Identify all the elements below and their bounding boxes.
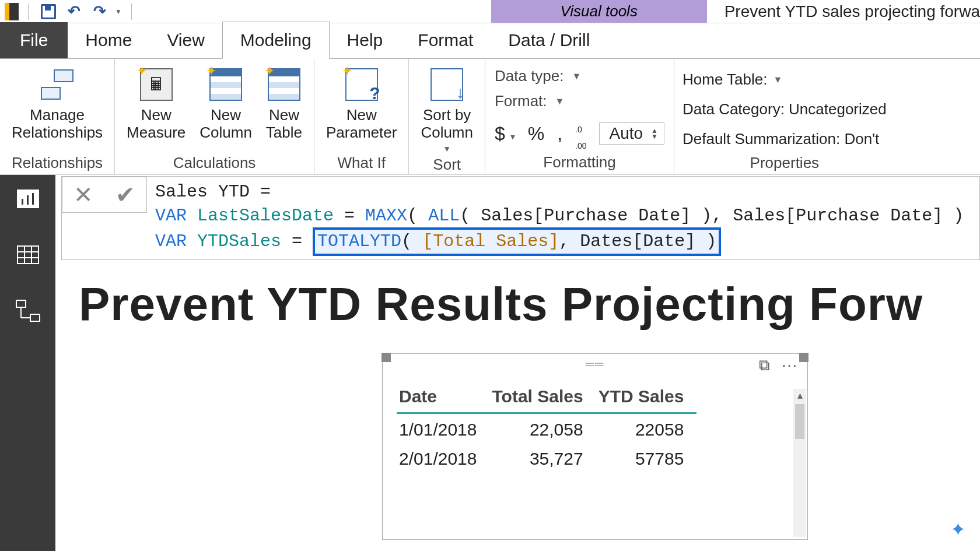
separator: [28, 3, 29, 20]
data-category-label: Data Category: Uncategorized: [682, 100, 887, 118]
scroll-thumb[interactable]: [795, 404, 804, 439]
home-table-label: Home Table:: [682, 71, 768, 89]
manage-relationships-label: Manage Relationships: [12, 107, 103, 142]
model-view-button[interactable]: [14, 299, 42, 323]
col-total-sales[interactable]: Total Sales: [489, 382, 596, 413]
new-measure-button[interactable]: New Measure: [121, 62, 191, 144]
highlighted-expression: TOTALYTD( [Total Sales], Dates[Date] ): [313, 227, 721, 256]
decimals-auto-stepper[interactable]: Auto ▲▼: [599, 122, 664, 145]
more-options-icon[interactable]: ···: [782, 356, 798, 374]
redo-icon: ↷: [93, 2, 106, 20]
svg-rect-9: [16, 300, 26, 307]
new-column-button[interactable]: New Column: [194, 62, 258, 144]
group-formatting: Data type: ▼ Format: ▼ $ ▾ % , .0.00 Aut…: [485, 59, 674, 174]
redo-button[interactable]: ↷: [89, 1, 110, 22]
chevron-down-icon: ▼: [443, 144, 451, 153]
sort-icon: [430, 68, 463, 101]
default-summarization-label: Default Summarization: Don't: [682, 130, 879, 148]
report-view-button[interactable]: [14, 187, 42, 211]
percent-button[interactable]: %: [528, 123, 544, 145]
parameter-icon: [345, 68, 378, 101]
data-table: Date Total Sales YTD Sales 1/01/2018 22,…: [397, 382, 696, 472]
save-button[interactable]: [38, 1, 59, 22]
formula-commit-button[interactable]: ✔: [104, 177, 146, 212]
view-rail: [0, 175, 55, 551]
data-view-button[interactable]: [14, 243, 42, 267]
group-properties: Home Table: ▼ Data Category: Uncategoriz…: [674, 59, 895, 174]
ribbon-tabs: File Home View Modeling Help Format Data…: [0, 23, 980, 58]
group-label: What If: [338, 154, 386, 173]
svg-rect-1: [21, 198, 24, 205]
manage-relationships-button[interactable]: Manage Relationships: [6, 62, 108, 144]
svg-rect-2: [26, 195, 29, 205]
svg-rect-10: [30, 314, 40, 321]
table-icon: [268, 68, 300, 101]
group-whatif: New Parameter What If: [314, 59, 409, 174]
table-row[interactable]: 1/01/2018 22,058 22058: [397, 413, 696, 444]
col-date[interactable]: Date: [397, 382, 489, 413]
undo-icon: ↶: [68, 2, 80, 20]
measure-icon: [140, 68, 173, 101]
new-measure-label: New Measure: [127, 107, 186, 142]
formula-editor[interactable]: Sales YTD = VAR LastSalesDate = MAXX( AL…: [147, 177, 979, 259]
separator: [131, 3, 132, 20]
col-ytd-sales[interactable]: YTD Sales: [596, 382, 697, 413]
auto-value: Auto: [609, 124, 643, 143]
group-label: Formatting: [543, 153, 615, 173]
save-icon: [41, 4, 56, 19]
undo-button[interactable]: ↶: [64, 1, 85, 22]
table-visual[interactable]: ══ ⧉ ··· Date Total Sales YTD Sales 1/01…: [382, 353, 808, 540]
data-type-label: Data type:: [495, 67, 564, 85]
home-table-dropdown[interactable]: ▼: [773, 75, 782, 85]
spinner-icon: ▲▼: [651, 128, 658, 139]
data-type-dropdown[interactable]: ▼: [572, 71, 582, 82]
tab-format[interactable]: Format: [400, 22, 491, 58]
table-row[interactable]: 2/01/2018 35,727 57785: [397, 443, 696, 472]
tab-help[interactable]: Help: [330, 22, 401, 58]
format-dropdown[interactable]: ▼: [555, 96, 565, 107]
group-label: Calculations: [173, 154, 256, 173]
group-label: Relationships: [12, 154, 103, 173]
currency-button[interactable]: $ ▾: [495, 123, 515, 145]
new-table-label: New Table: [266, 107, 302, 142]
format-label: Format:: [495, 92, 547, 110]
tab-view[interactable]: View: [149, 22, 222, 58]
thousands-comma-button[interactable]: ,: [557, 123, 562, 145]
tab-modeling[interactable]: Modeling: [222, 22, 330, 59]
new-table-button[interactable]: New Table: [260, 62, 308, 144]
group-label: Sort: [433, 156, 461, 175]
svg-rect-3: [32, 192, 34, 205]
group-label: Properties: [750, 154, 820, 173]
document-title: Prevent YTD sales projecting forwa: [707, 0, 980, 23]
tab-home[interactable]: Home: [68, 22, 149, 58]
svg-rect-4: [18, 246, 38, 264]
relationships-icon: [41, 68, 74, 101]
qat-dropdown-icon[interactable]: ▼: [115, 8, 122, 16]
formula-cancel-button[interactable]: ✕: [62, 177, 104, 212]
main: ✕ ✔ Sales YTD = VAR LastSalesDate = MAXX…: [0, 175, 980, 551]
page-title: Prevent YTD Results Projecting Forw: [55, 260, 980, 331]
decimals-button[interactable]: .0.00: [575, 120, 586, 152]
report-canvas[interactable]: ✕ ✔ Sales YTD = VAR LastSalesDate = MAXX…: [55, 175, 980, 551]
focus-mode-icon[interactable]: ⧉: [759, 356, 770, 374]
sort-by-column-button[interactable]: Sort by Column ▼: [415, 62, 479, 156]
new-column-label: New Column: [200, 107, 252, 142]
quick-access-toolbar: ↶ ↷ ▼: [0, 0, 136, 23]
titlebar: ↶ ↷ ▼ Visual tools Prevent YTD sales pro…: [0, 0, 980, 23]
scroll-up-icon[interactable]: ▴: [793, 389, 806, 402]
contextual-tab-visual-tools[interactable]: Visual tools: [491, 0, 707, 23]
new-parameter-button[interactable]: New Parameter: [320, 62, 402, 144]
app-logo-icon: [5, 3, 19, 20]
sort-by-label: Sort by Column: [421, 107, 473, 142]
ribbon: Manage Relationships Relationships New M…: [0, 58, 980, 175]
tab-data-drill[interactable]: Data / Drill: [491, 22, 607, 58]
drag-grip-icon[interactable]: ══: [586, 357, 604, 371]
tab-file[interactable]: File: [0, 22, 68, 58]
scrollbar[interactable]: ▴: [793, 389, 806, 537]
group-calculations: New Measure New Column New Table Calcula…: [115, 59, 314, 174]
subscribe-icon: ✦: [950, 518, 966, 541]
group-relationships: Manage Relationships Relationships: [0, 59, 115, 174]
group-sort: Sort by Column ▼ Sort: [409, 59, 485, 174]
column-icon: [209, 68, 242, 101]
new-parameter-label: New Parameter: [326, 107, 397, 142]
